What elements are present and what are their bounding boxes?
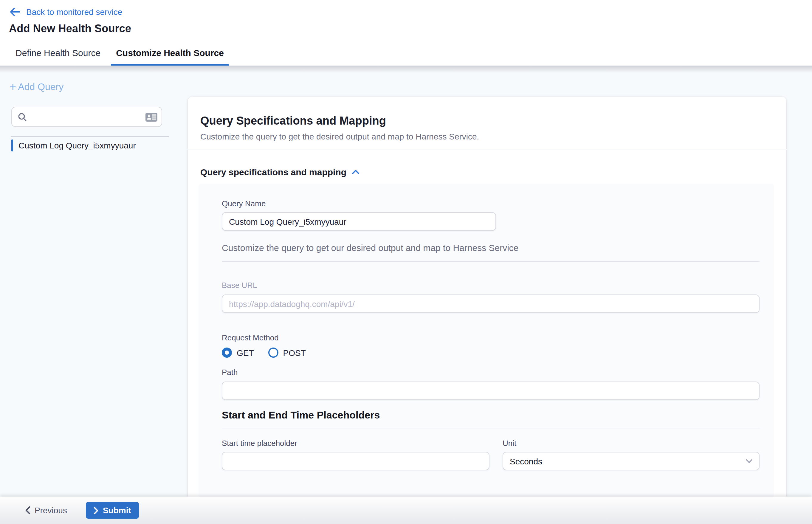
base-url-input[interactable]	[222, 294, 760, 313]
query-list-item[interactable]: Custom Log Query_i5xmyyuaur	[11, 138, 178, 153]
previous-button[interactable]: Previous	[25, 506, 67, 515]
form-divider	[222, 429, 760, 429]
query-sidebar: + Add Query	[0, 66, 188, 524]
query-spec-form-panel: Query Name Customize the query to get ou…	[198, 184, 774, 518]
chevron-right-icon	[94, 506, 99, 514]
form-divider	[222, 261, 760, 262]
submit-button[interactable]: Submit	[86, 502, 139, 519]
radio-post-control[interactable]	[268, 347, 278, 358]
card-subheading: Customize the query to get the desired o…	[200, 132, 772, 141]
query-name-input[interactable]	[222, 212, 496, 231]
query-search-input[interactable]	[32, 112, 145, 121]
chevron-left-icon	[25, 506, 30, 514]
time-placeholders-heading: Start and End Time Placeholders	[222, 410, 760, 422]
tab-define-health-source[interactable]: Define Health Source	[16, 39, 100, 66]
unit-select[interactable]: Seconds	[503, 452, 760, 470]
radio-option-post[interactable]: POST	[268, 347, 306, 358]
query-list-item-label: Custom Log Query_i5xmyyuaur	[18, 141, 136, 150]
wizard-footer: Previous Submit	[0, 496, 812, 524]
chevron-down-icon	[746, 459, 752, 463]
tab-customize-health-source[interactable]: Customize Health Source	[116, 39, 224, 66]
content-area: + Add Query	[0, 66, 812, 524]
query-name-help-text: Customize the query to get our desired o…	[222, 243, 760, 253]
start-time-placeholder-label: Start time placeholder	[222, 439, 489, 448]
path-label: Path	[222, 368, 760, 377]
request-method-label: Request Method	[222, 333, 760, 342]
plus-icon: +	[10, 82, 16, 92]
unit-select-value: Seconds	[510, 456, 746, 466]
search-icon	[18, 112, 27, 121]
selected-query-indicator	[11, 140, 13, 151]
card-header: Query Specifications and Mapping Customi…	[188, 97, 786, 150]
query-spec-section-toggle[interactable]: Query specifications and mapping	[200, 167, 786, 177]
unit-label: Unit	[503, 439, 760, 448]
page-header: Back to monitored service Add New Health…	[0, 0, 812, 66]
start-time-placeholder-input[interactable]	[222, 452, 489, 470]
radio-get-control[interactable]	[222, 347, 232, 358]
page-title: Add New Health Source	[9, 23, 812, 35]
request-method-radio-group: GET POST	[222, 347, 760, 358]
query-name-label: Query Name	[222, 199, 265, 208]
section-title: Query specifications and mapping	[200, 167, 346, 177]
active-tab-underline	[111, 64, 229, 66]
health-source-tabs: Define Health Source Customize Health So…	[16, 39, 224, 66]
path-input[interactable]	[222, 381, 760, 400]
query-mapping-card: Query Specifications and Mapping Customi…	[188, 97, 786, 524]
base-url-label: Base URL	[222, 281, 760, 290]
chevron-up-icon[interactable]	[352, 169, 359, 175]
card-heading: Query Specifications and Mapping	[200, 114, 772, 128]
back-arrow-icon[interactable]	[10, 8, 20, 16]
contact-card-icon[interactable]	[145, 112, 158, 122]
sidebar-divider	[11, 136, 169, 136]
add-health-source-page: Back to monitored service Add New Health…	[0, 0, 812, 524]
add-query-button[interactable]: + Add Query	[10, 82, 64, 93]
radio-option-get[interactable]: GET	[222, 347, 254, 358]
back-to-monitored-service-link[interactable]: Back to monitored service	[26, 7, 122, 17]
query-search-box[interactable]	[11, 107, 162, 127]
